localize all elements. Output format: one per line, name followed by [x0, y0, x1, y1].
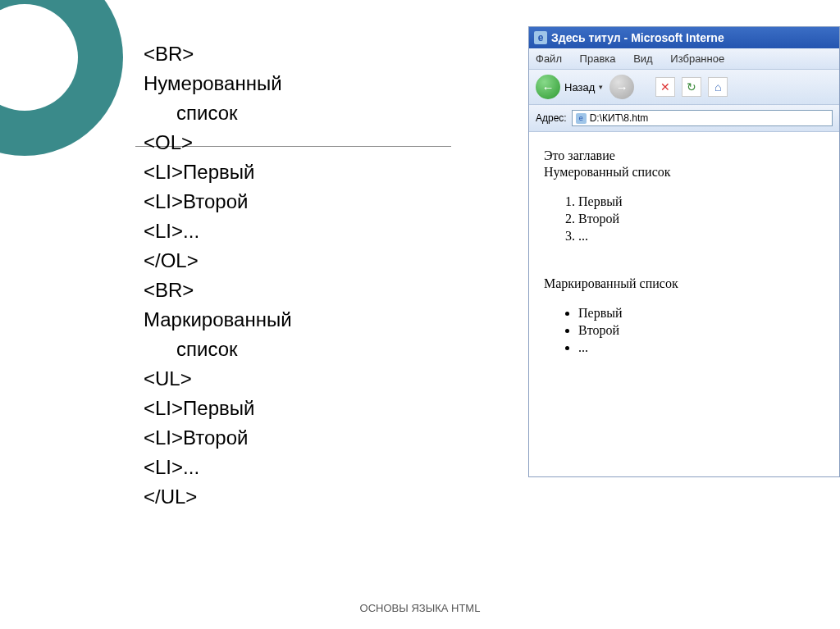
unordered-list: Первый Второй ...	[562, 306, 824, 355]
page-icon: e	[576, 113, 587, 124]
list-item: ...	[578, 229, 824, 244]
code-line: </OL>	[144, 246, 422, 276]
list-item: ...	[578, 340, 824, 355]
code-line: Маркированный	[144, 305, 422, 335]
code-line: список	[144, 98, 422, 128]
code-line: <OL>	[144, 128, 422, 157]
menu-favorites[interactable]: Избранное	[670, 52, 724, 65]
chevron-down-icon: ▾	[599, 83, 603, 91]
back-label: Назад	[564, 81, 595, 93]
forward-button[interactable]: →	[609, 75, 634, 99]
list-item: Первый	[578, 306, 824, 321]
back-button[interactable]: ← Назад ▾	[536, 75, 603, 99]
stop-button[interactable]: ✕	[655, 77, 675, 97]
code-line: <LI>Второй	[144, 423, 422, 453]
ie-icon: e	[534, 31, 547, 44]
address-input[interactable]: e D:\КИТ\8.htm	[572, 110, 833, 126]
code-line: <BR>	[144, 39, 422, 69]
ol-title: Нумерованный список	[544, 165, 824, 180]
code-line: <LI>Первый	[144, 157, 422, 187]
home-button[interactable]: ⌂	[708, 77, 728, 97]
code-line: Нумерованный	[144, 69, 422, 98]
decorative-circle	[0, 0, 123, 156]
address-value: D:\КИТ\8.htm	[590, 112, 649, 124]
page-content: Это заглавие Нумерованный список Первый …	[529, 132, 839, 476]
page-heading: Это заглавие	[544, 148, 824, 163]
address-bar: Адрес: e D:\КИТ\8.htm	[529, 105, 839, 132]
code-line: <LI>Первый	[144, 394, 422, 423]
list-item: Второй	[578, 323, 824, 338]
toolbar: ← Назад ▾ → ✕ ↻ ⌂	[529, 70, 839, 105]
back-arrow-icon: ←	[536, 75, 560, 99]
refresh-button[interactable]: ↻	[682, 77, 701, 97]
code-line: <UL>	[144, 364, 422, 394]
ul-title: Маркированный список	[544, 276, 824, 291]
code-listing: <BR> Нумерованный список <OL> <LI>Первый…	[144, 39, 422, 512]
code-line: </UL>	[144, 482, 422, 512]
list-item: Второй	[578, 212, 824, 226]
browser-window: e Здесь титул - Microsoft Interne Файл П…	[528, 26, 840, 477]
code-line: <LI>...	[144, 453, 422, 482]
menu-bar: Файл Правка Вид Избранное	[529, 48, 839, 70]
address-label: Адрес:	[536, 112, 567, 124]
menu-edit[interactable]: Правка	[580, 52, 616, 65]
ordered-list: Первый Второй ...	[562, 194, 824, 244]
code-line: <BR>	[144, 276, 422, 305]
code-line: <LI>Второй	[144, 187, 422, 217]
code-line: список	[144, 335, 422, 364]
list-item: Первый	[578, 194, 824, 209]
code-line: <LI>...	[144, 217, 422, 246]
decorative-inner-circle	[0, 4, 78, 111]
window-title: Здесь титул - Microsoft Interne	[551, 31, 724, 44]
menu-view[interactable]: Вид	[633, 52, 653, 65]
title-bar: e Здесь титул - Microsoft Interne	[529, 27, 839, 48]
footer-text: ОСНОВЫ ЯЗЫКА HTML	[360, 602, 481, 614]
menu-file[interactable]: Файл	[536, 52, 562, 65]
